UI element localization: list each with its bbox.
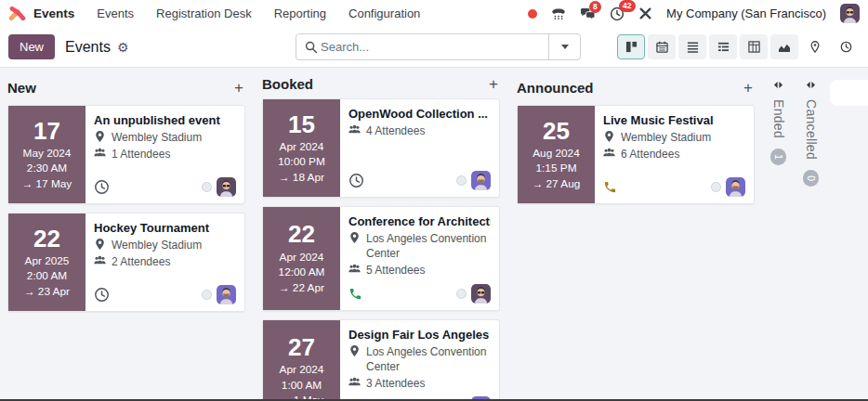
- kanban-column-new: New + 17 May 2024 2:30 AM →17 May An unp…: [7, 76, 245, 400]
- navbar-menu: EventsRegistration DeskReportingConfigur…: [97, 6, 420, 20]
- activity-clock-icon[interactable]: [94, 287, 110, 303]
- control-bar: New Events ⚙: [0, 27, 868, 68]
- add-record-icon[interactable]: +: [742, 80, 755, 96]
- attendees-icon: [94, 147, 106, 162]
- add-record-icon[interactable]: +: [232, 80, 245, 96]
- nav-item-configuration[interactable]: Configuration: [349, 6, 420, 20]
- kanban-column-announced: Announced + 25 Aug 2024 1:15 PM →27 Aug …: [517, 76, 755, 400]
- activity-clock-icon[interactable]: [94, 179, 110, 195]
- view-button-activity[interactable]: [832, 34, 860, 59]
- expand-column-icon[interactable]: [773, 81, 783, 89]
- location-pin-icon: [349, 344, 361, 374]
- column-title: New: [7, 80, 36, 96]
- chevron-down-icon: [561, 45, 569, 49]
- kanban-view-icon: [625, 41, 638, 53]
- event-card-footer: [603, 174, 745, 197]
- event-card-body: Hockey Tournament Wembley Stadium 2 Atte…: [85, 213, 244, 311]
- responsible-avatar[interactable]: [217, 177, 236, 197]
- event-date-block: 15 Apr 2024 10:00 PM →18 Apr: [263, 99, 340, 197]
- collapsed-column-title: Ended: [771, 99, 786, 138]
- activity-clock-icon[interactable]: [349, 173, 364, 188]
- attendees-text: 1 Attendees: [112, 147, 170, 162]
- collapsed-column-count: 0: [803, 170, 819, 187]
- arrow-right-icon: →: [279, 171, 290, 184]
- voip-phone-icon[interactable]: [551, 7, 566, 20]
- nav-item-events[interactable]: Events: [97, 6, 134, 20]
- event-time: 2:00 AM: [27, 268, 67, 284]
- event-location: Wembley Stadium: [94, 238, 236, 252]
- expand-column-icon[interactable]: [806, 81, 816, 89]
- gear-icon[interactable]: ⚙: [117, 40, 129, 55]
- collapsed-column-count: 1: [770, 149, 786, 165]
- odoo-logo-icon[interactable]: [8, 6, 26, 21]
- responsible-avatar[interactable]: [471, 284, 491, 304]
- event-card[interactable]: 25 Aug 2024 1:15 PM →27 Aug Live Music F…: [517, 105, 755, 204]
- search-filters-toggle[interactable]: [548, 34, 580, 59]
- event-title: OpenWood Collection ...: [349, 107, 491, 121]
- app-name[interactable]: Events: [33, 6, 74, 20]
- view-button-map[interactable]: [801, 34, 829, 59]
- event-time: 12:00 AM: [279, 265, 325, 280]
- event-end-date: →17 May: [22, 176, 72, 193]
- event-card[interactable]: 27 Apr 2024 1:00 AM →1 May Design Fair L…: [262, 319, 500, 400]
- footer-right: [202, 177, 236, 197]
- activity-phone-icon[interactable]: [349, 287, 362, 301]
- search-input[interactable]: [321, 40, 548, 54]
- footer-right: [202, 285, 236, 304]
- user-avatar[interactable]: [840, 4, 860, 23]
- location-pin-icon: [603, 130, 615, 145]
- company-switcher[interactable]: My Company (San Francisco): [666, 6, 826, 20]
- kanban-state-dot[interactable]: [456, 175, 467, 186]
- messages-icon[interactable]: 8: [580, 7, 596, 20]
- event-end-date: →22 Apr: [279, 280, 324, 297]
- nav-item-reporting[interactable]: Reporting: [274, 6, 326, 20]
- activity-phone-icon[interactable]: [603, 180, 617, 194]
- view-button-calendar[interactable]: [648, 34, 676, 59]
- event-month-year: Apr 2024: [280, 362, 324, 378]
- event-card-body: Design Fair Los Angeles Los Angeles Conv…: [340, 320, 499, 400]
- responsible-avatar[interactable]: [217, 285, 236, 304]
- kanban-state-dot[interactable]: [202, 182, 212, 192]
- nav-item-registration-desk[interactable]: Registration Desk: [156, 6, 252, 20]
- location-text: Wembley Stadium: [112, 238, 202, 252]
- view-button-gantt[interactable]: [709, 34, 737, 59]
- responsible-avatar[interactable]: [726, 177, 745, 197]
- activities-clock-icon[interactable]: 42: [610, 6, 625, 21]
- add-record-icon[interactable]: +: [487, 76, 500, 92]
- location-pin-icon: [94, 238, 106, 252]
- event-day: 27: [288, 333, 315, 362]
- view-button-pivot[interactable]: [740, 34, 768, 59]
- event-time: 1:15 PM: [536, 161, 577, 176]
- footer-right: [456, 284, 491, 304]
- add-column-box[interactable]: [830, 80, 868, 106]
- gantt-view-icon: [717, 41, 730, 53]
- kanban-state-dot[interactable]: [456, 289, 467, 299]
- event-title: Design Fair Los Angeles: [349, 328, 491, 342]
- event-day: 22: [288, 220, 315, 249]
- collapsed-column-cancelled[interactable]: Cancelled 0: [798, 76, 823, 187]
- view-button-graph[interactable]: [770, 34, 798, 59]
- event-attendees: 3 Attendees: [349, 376, 491, 391]
- event-card[interactable]: 22 Apr 2024 12:00 AM →22 Apr Conference …: [262, 206, 500, 311]
- column-header: New +: [7, 76, 245, 98]
- view-button-kanban[interactable]: [617, 34, 645, 59]
- kanban-state-dot[interactable]: [711, 182, 721, 192]
- event-card[interactable]: 15 Apr 2024 10:00 PM →18 Apr OpenWood Co…: [262, 98, 500, 198]
- attendees-text: 3 Attendees: [366, 376, 425, 391]
- search-icon: [296, 41, 321, 54]
- event-month-year: Apr 2024: [280, 139, 324, 155]
- event-date-block: 25 Aug 2024 1:15 PM →27 Aug: [518, 106, 595, 203]
- event-card[interactable]: 22 Apr 2025 2:00 AM →23 Apr Hockey Tourn…: [7, 213, 245, 312]
- event-title: Hockey Tournament: [94, 221, 236, 235]
- view-button-list[interactable]: [678, 34, 706, 59]
- event-card[interactable]: 17 May 2024 2:30 AM →17 May An unpublish…: [7, 105, 245, 204]
- kanban-state-dot[interactable]: [202, 290, 212, 300]
- activities-badge: 42: [619, 0, 635, 12]
- tools-icon[interactable]: [638, 6, 652, 20]
- event-card-footer: [94, 281, 236, 304]
- new-button[interactable]: New: [8, 34, 55, 59]
- collapsed-column-ended[interactable]: Ended 1: [766, 76, 791, 187]
- event-attendees: 5 Attendees: [349, 263, 491, 278]
- responsible-avatar[interactable]: [471, 171, 491, 190]
- event-card-body: Conference for Architects Los Angeles Co…: [340, 207, 499, 310]
